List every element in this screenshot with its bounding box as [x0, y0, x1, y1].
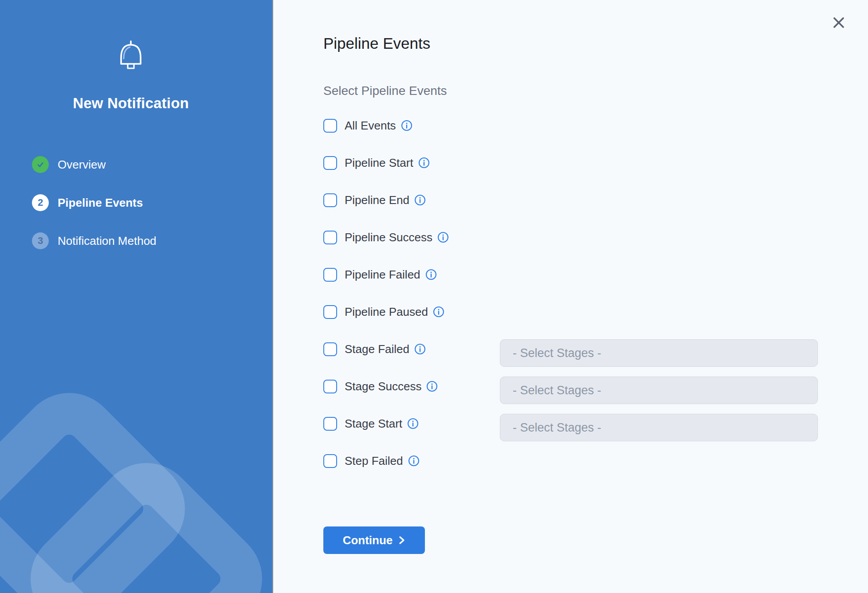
pipeline-paused-checkbox[interactable] — [323, 305, 337, 319]
step-overview[interactable]: Overview — [0, 156, 262, 173]
section-subtitle: Select Pipeline Events — [323, 84, 868, 98]
event-row-pipeline-start: Pipeline Start — [323, 144, 868, 181]
event-label: Pipeline Success — [345, 231, 432, 244]
event-row-all-events: All Events — [323, 107, 868, 144]
event-row-pipeline-success: Pipeline Success — [323, 219, 868, 256]
event-label: Pipeline Failed — [345, 268, 420, 282]
stage-start-stage-select[interactable]: - Select Stages - — [500, 414, 818, 441]
pipeline-start-checkbox[interactable] — [323, 156, 337, 170]
info-icon[interactable] — [437, 232, 449, 243]
event-label: Step Failed — [345, 454, 403, 468]
event-row-pipeline-paused: Pipeline Paused — [323, 293, 868, 330]
event-label: Pipeline End — [345, 193, 409, 207]
logo-watermark — [0, 309, 272, 593]
info-icon[interactable] — [418, 157, 430, 169]
step-number-badge: 3 — [32, 232, 49, 249]
info-icon[interactable] — [401, 120, 412, 131]
event-row-pipeline-failed: Pipeline Failed — [323, 256, 868, 293]
info-icon[interactable] — [433, 306, 444, 318]
info-icon[interactable] — [407, 418, 419, 429]
wizard-steps: Overview 2 Pipeline Events 3 Notificatio… — [0, 156, 262, 249]
stage-failed-stage-select[interactable]: - Select Stages - — [500, 339, 818, 367]
continue-button[interactable]: Continue — [323, 526, 425, 554]
pipeline-failed-checkbox[interactable] — [323, 268, 337, 282]
info-icon[interactable] — [426, 381, 438, 392]
pipeline-success-checkbox[interactable] — [323, 231, 337, 244]
step-number-badge: 2 — [32, 194, 49, 211]
event-row-step-failed: Step Failed — [323, 442, 868, 479]
info-icon[interactable] — [408, 455, 420, 467]
event-label: Stage Success — [345, 380, 421, 393]
bell-icon — [116, 40, 145, 72]
info-icon[interactable] — [425, 269, 437, 280]
wizard-sidebar: New Notification Overview 2 Pipeline Eve… — [0, 0, 273, 593]
stage-success-stage-select[interactable]: - Select Stages - — [500, 377, 818, 404]
stage-start-checkbox[interactable] — [323, 417, 337, 431]
close-button[interactable] — [832, 16, 846, 30]
step-label: Overview — [58, 158, 106, 172]
page-title: Pipeline Events — [323, 35, 868, 52]
event-row-stage-failed: Stage Failed - Select Stages - — [323, 330, 868, 368]
stage-success-checkbox[interactable] — [323, 380, 337, 393]
step-failed-checkbox[interactable] — [323, 454, 337, 468]
event-label: Pipeline Paused — [345, 305, 428, 319]
step-label: Pipeline Events — [58, 196, 143, 210]
info-icon[interactable] — [414, 343, 426, 355]
event-label: Stage Start — [345, 417, 402, 431]
pipeline-events-panel: Pipeline Events Select Pipeline Events A… — [273, 0, 868, 593]
step-done-badge — [32, 156, 49, 173]
event-row-pipeline-end: Pipeline End — [323, 181, 868, 219]
event-label: Stage Failed — [345, 342, 409, 356]
event-list: All Events Pipeline Start — [323, 107, 868, 479]
event-row-stage-success: Stage Success - Select Stages - — [323, 368, 868, 405]
stage-failed-checkbox[interactable] — [323, 342, 337, 356]
info-icon[interactable] — [414, 194, 426, 206]
step-label: Notification Method — [58, 234, 157, 248]
close-icon — [832, 16, 845, 29]
all-events-checkbox[interactable] — [323, 119, 337, 133]
check-icon — [35, 160, 45, 169]
event-label: All Events — [345, 119, 396, 133]
event-label: Pipeline Start — [345, 156, 413, 170]
event-row-stage-start: Stage Start - Select Stages - — [323, 405, 868, 442]
step-notification-method[interactable]: 3 Notification Method — [0, 232, 262, 249]
pipeline-end-checkbox[interactable] — [323, 193, 337, 207]
wizard-title: New Notification — [0, 95, 262, 112]
step-pipeline-events[interactable]: 2 Pipeline Events — [0, 194, 262, 211]
continue-label: Continue — [343, 534, 393, 547]
chevron-right-icon — [398, 536, 405, 545]
